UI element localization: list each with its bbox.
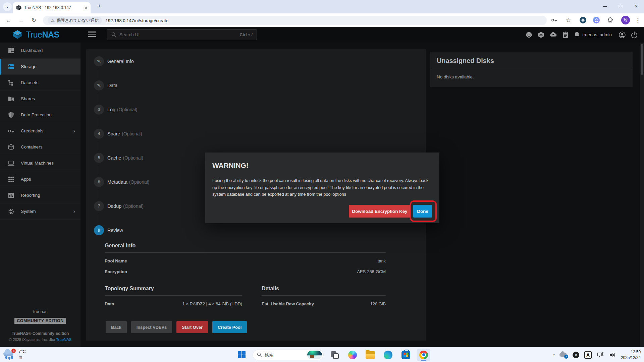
password-key-icon[interactable] <box>550 16 558 24</box>
sidebar-item-datasets[interactable]: Datasets <box>0 75 80 91</box>
back-button[interactable]: Back <box>106 321 127 333</box>
step-log[interactable]: 3 Log(Optional) <box>94 105 149 129</box>
ix-systems-icon[interactable] <box>537 31 545 39</box>
storage-icon <box>7 63 15 70</box>
copilot-icon <box>348 351 357 359</box>
step-number: 7 <box>94 201 104 211</box>
create-pool-button[interactable]: Create Pool <box>212 321 247 333</box>
extension-1-icon[interactable] <box>579 16 587 24</box>
start-over-button[interactable]: Start Over <box>176 321 208 333</box>
tray-app-x-icon[interactable]: × <box>573 352 579 358</box>
encryption-row: Encryption AES-256-GCM <box>105 269 386 274</box>
truenas-link[interactable]: TrueNAS <box>56 338 71 342</box>
security-chip[interactable]: ⚠ 保護されていない通信 <box>48 17 102 24</box>
sidebar-item-virtual-machines[interactable]: Virtual Machines <box>0 155 80 171</box>
reload-icon[interactable]: ↻ <box>30 16 38 25</box>
details-heading: Details <box>262 286 386 296</box>
truenas-cloud-icon[interactable] <box>549 31 557 39</box>
taskbar-search-placeholder: 検索 <box>265 352 305 358</box>
inspect-vdevs-button[interactable]: Inspect VDEVs <box>131 321 172 333</box>
taskbar-clock[interactable]: 12:59 2025/12/24 <box>621 349 641 360</box>
edge-icon <box>384 351 392 359</box>
weather-widget[interactable]: 3 7°C 雨 <box>3 349 26 360</box>
step-optional-label: (Optional) <box>122 131 142 136</box>
virtual-machines-icon <box>7 160 15 167</box>
step-label: General Info <box>107 59 134 64</box>
taskbar-search[interactable]: 検索 <box>253 350 324 360</box>
weather-temperature: 7°C <box>18 349 26 354</box>
scrollbar-thumb[interactable] <box>641 44 643 75</box>
feedback-smiley-icon[interactable] <box>525 31 533 39</box>
onedrive-icon[interactable]: i <box>559 352 568 358</box>
datasets-icon <box>7 79 15 86</box>
address-bar[interactable]: ⚠ 保護されていない通信 192.168.0.147/ui/storage/cr… <box>43 16 547 25</box>
sidebar-item-apps[interactable]: Apps <box>0 171 80 187</box>
step-optional-label: (Optional) <box>129 179 149 185</box>
ui-search[interactable]: Ctrl + / <box>107 29 257 40</box>
search-input[interactable] <box>119 32 237 37</box>
step-general-info[interactable]: ✎ General Info <box>94 56 149 80</box>
sidebar-item-reporting[interactable]: Reporting <box>0 187 80 203</box>
apps-grid-icon <box>7 176 15 183</box>
extensions-puzzle-icon[interactable] <box>606 16 614 24</box>
sidebar-item-shares[interactable]: Shares <box>0 91 80 107</box>
topology-summary-column: Topology Summary Data 1 × RAIDZ2 | 4 × 6… <box>105 286 242 306</box>
page-scrollbar[interactable] <box>640 43 644 347</box>
step-label: Log <box>107 107 115 112</box>
browser-menu-icon[interactable]: ⋮ <box>635 16 641 24</box>
ime-indicator[interactable]: A <box>584 351 592 359</box>
extension-2-icon[interactable] <box>592 16 600 24</box>
sidebar-item-storage[interactable]: Storage <box>0 59 80 75</box>
sidebar-item-credentials[interactable]: Credentials › <box>0 123 80 139</box>
step-label: Cache <box>107 155 121 161</box>
hostname-label: truenas <box>0 309 80 314</box>
forward-icon[interactable]: → <box>17 16 25 25</box>
file-explorer-button[interactable] <box>364 349 377 361</box>
window-minimize-button[interactable] <box>597 0 612 13</box>
sidebar-item-dashboard[interactable]: Dashboard <box>0 43 80 59</box>
task-view-button[interactable] <box>328 349 341 361</box>
download-encryption-key-button[interactable]: Download Encryption Key <box>349 205 411 218</box>
step-number: 5 <box>94 153 104 163</box>
step-cache[interactable]: 5 Cache(Optional) <box>94 153 149 177</box>
chrome-icon <box>419 351 428 359</box>
tab-search-chevron-icon[interactable]: ⌄ <box>3 2 12 11</box>
power-icon[interactable] <box>631 31 638 39</box>
notifications-bell-icon[interactable] <box>574 31 581 39</box>
network-icon[interactable] <box>597 352 604 358</box>
back-icon[interactable]: ← <box>4 16 13 25</box>
sidebar-item-label: Data Protection <box>21 112 52 117</box>
step-metadata[interactable]: 6 Metadata(Optional) <box>94 177 149 201</box>
browser-tab-bar: ⌄ TrueNAS - 192.168.0.147 × + × <box>0 0 644 13</box>
tab-close-icon[interactable]: × <box>84 5 88 10</box>
start-button[interactable] <box>235 349 248 361</box>
window-restore-button[interactable] <box>613 0 628 13</box>
new-tab-button[interactable]: + <box>95 3 103 9</box>
bookmark-star-icon[interactable]: ☆ <box>564 16 572 24</box>
sidebar-item-system[interactable]: System › <box>0 203 80 220</box>
browser-profile-avatar[interactable]: 玲 <box>621 16 630 24</box>
window-close-button[interactable]: × <box>629 0 644 13</box>
chrome-button[interactable] <box>417 349 430 361</box>
step-spare[interactable]: 4 Spare(Optional) <box>94 129 149 153</box>
jobs-clipboard-icon[interactable] <box>562 31 570 39</box>
sidebar-item-data-protection[interactable]: Data Protection <box>0 107 80 123</box>
microsoft-store-icon <box>401 351 410 359</box>
browser-tab[interactable]: TrueNAS - 192.168.0.147 × <box>13 2 91 13</box>
microsoft-store-button[interactable] <box>399 349 413 361</box>
edge-button[interactable] <box>381 349 395 361</box>
community-edition-badge: COMMUNITY EDITION <box>14 318 66 324</box>
step-data[interactable]: ✎ Data <box>94 80 149 105</box>
search-shortcut-hint: Ctrl + / <box>240 33 253 37</box>
copilot-button[interactable] <box>346 349 359 361</box>
step-dedup[interactable]: 7 Dedup(Optional) <box>94 201 149 225</box>
onedrive-info-badge: i <box>564 355 568 359</box>
tray-expand-chevron-icon[interactable]: › <box>550 354 556 356</box>
sidebar-item-containers[interactable]: Containers <box>0 139 80 155</box>
hamburger-menu-icon[interactable] <box>88 32 96 38</box>
click-target-annotation <box>410 200 437 222</box>
user-avatar-icon[interactable] <box>619 31 626 39</box>
volume-icon[interactable] <box>609 352 616 358</box>
truenas-logo[interactable]: TrueNAS <box>12 29 59 40</box>
weather-condition: 雨 <box>18 355 26 360</box>
